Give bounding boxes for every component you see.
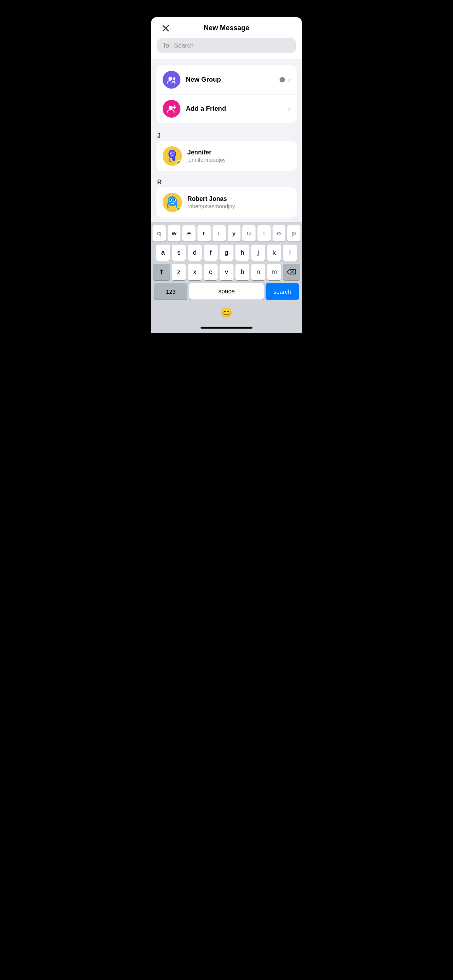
svg-point-21 — [174, 199, 175, 200]
space-key[interactable]: space — [189, 283, 264, 300]
search-input[interactable] — [174, 42, 290, 49]
svg-point-3 — [169, 106, 173, 110]
keyboard-bottom-row: 123 space search — [153, 283, 300, 300]
key-p[interactable]: p — [287, 225, 300, 242]
add-friend-label: Add a Friend — [186, 105, 285, 113]
jennifer-info: Jennifer jennifermoodjoy — [187, 149, 290, 163]
svg-point-20 — [170, 199, 171, 200]
key-u[interactable]: u — [242, 225, 256, 242]
key-d[interactable]: d — [188, 245, 202, 261]
contact-jennifer[interactable]: Jennifer jennifermoodjoy — [156, 141, 297, 171]
numbers-key[interactable]: 123 — [154, 283, 187, 300]
robert-avatar — [163, 193, 182, 212]
key-z[interactable]: z — [172, 264, 186, 280]
section-r-label: R — [151, 176, 302, 187]
svg-point-10 — [173, 153, 174, 154]
svg-point-0 — [168, 77, 172, 81]
key-f[interactable]: f — [204, 245, 218, 261]
section-j-label: J — [151, 129, 302, 141]
home-indicator — [201, 327, 252, 329]
svg-point-18 — [170, 199, 172, 201]
contact-section-j: Jennifer jennifermoodjoy — [156, 141, 297, 171]
shift-key[interactable]: ⬆ — [153, 264, 170, 280]
keyboard-row-2: a s d f g h j k l — [153, 245, 300, 261]
contact-robert[interactable]: Robert Jonas robertjonasmoodjoy — [156, 187, 297, 218]
key-i[interactable]: i — [257, 225, 271, 242]
key-w[interactable]: w — [168, 225, 181, 242]
actions-section: New Group › Add a Friend › — [156, 65, 297, 123]
svg-rect-23 — [173, 203, 174, 204]
key-v[interactable]: v — [220, 264, 233, 280]
jennifer-avatar — [163, 146, 182, 166]
modal-sheet: New Message To: — [151, 17, 302, 333]
jennifer-name: Jennifer — [187, 149, 290, 156]
search-key[interactable]: search — [266, 283, 299, 300]
keyboard: q w e r t y u i o p a s d f g h j k — [151, 222, 302, 333]
emoji-bar: 😊 — [153, 302, 300, 325]
robert-username: robertjonasmoodjoy — [187, 203, 290, 209]
key-g[interactable]: g — [220, 245, 233, 261]
svg-point-2 — [173, 77, 175, 80]
new-group-icon — [163, 71, 180, 89]
modal-header: New Message — [151, 17, 302, 38]
svg-point-9 — [171, 153, 172, 154]
key-m[interactable]: m — [267, 264, 281, 280]
robert-name: Robert Jonas — [187, 195, 290, 202]
search-bar: To: — [157, 38, 296, 53]
keyboard-row-3: ⬆ z x c v b n m ⌫ — [153, 264, 300, 280]
add-friend-item[interactable]: Add a Friend › — [156, 94, 297, 123]
key-j[interactable]: j — [251, 245, 265, 261]
add-friend-chevron: › — [288, 105, 290, 113]
close-button[interactable] — [159, 21, 173, 35]
key-x[interactable]: x — [188, 264, 202, 280]
key-r[interactable]: r — [197, 225, 211, 242]
key-n[interactable]: n — [251, 264, 265, 280]
new-group-chevron: › — [288, 76, 290, 84]
delete-key[interactable]: ⌫ — [283, 264, 300, 280]
jennifer-username: jennifermoodjoy — [187, 157, 290, 163]
new-group-badge — [280, 77, 285, 82]
key-a[interactable]: a — [156, 245, 170, 261]
key-y[interactable]: y — [228, 225, 241, 242]
jennifer-online-dot — [177, 160, 182, 165]
key-s[interactable]: s — [172, 245, 186, 261]
key-q[interactable]: q — [153, 225, 166, 242]
svg-point-19 — [173, 199, 175, 201]
key-k[interactable]: k — [267, 245, 281, 261]
new-group-label: New Group — [186, 76, 278, 84]
robert-online-dot — [177, 207, 182, 212]
robert-info: Robert Jonas robertjonasmoodjoy — [187, 195, 290, 209]
key-t[interactable]: t — [213, 225, 226, 242]
key-h[interactable]: h — [235, 245, 249, 261]
svg-point-15 — [168, 196, 177, 206]
contact-section-r: Robert Jonas robertjonasmoodjoy — [156, 187, 297, 218]
emoji-button[interactable]: 😊 — [219, 305, 234, 320]
key-b[interactable]: b — [235, 264, 249, 280]
add-friend-icon — [163, 100, 180, 118]
new-group-item[interactable]: New Group › — [156, 65, 297, 94]
key-l[interactable]: l — [283, 245, 297, 261]
modal-title: New Message — [204, 24, 249, 32]
key-c[interactable]: c — [204, 264, 218, 280]
svg-point-13 — [172, 156, 175, 161]
key-e[interactable]: e — [182, 225, 196, 242]
key-o[interactable]: o — [273, 225, 286, 242]
to-label: To: — [163, 42, 171, 49]
search-bar-container: To: — [151, 38, 302, 59]
svg-rect-22 — [171, 203, 172, 204]
svg-rect-12 — [170, 158, 172, 161]
status-bar — [151, 0, 302, 17]
keyboard-row-1: q w e r t y u i o p — [153, 225, 300, 242]
